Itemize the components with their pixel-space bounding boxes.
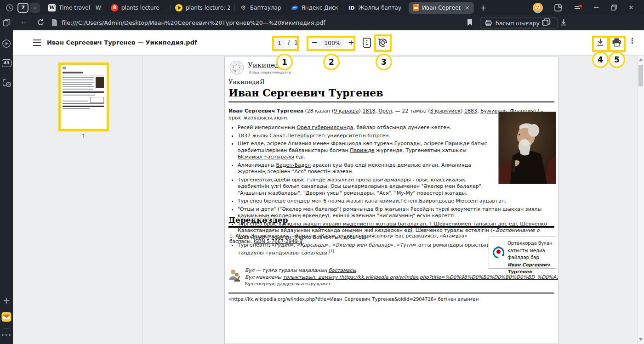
stub-line-2: Бұл мақаланы толықтырып, дамыту (https:/… bbox=[245, 274, 559, 281]
rotate-page-icon[interactable] bbox=[377, 37, 389, 51]
wikipedia-logo-subtitle: Ашық энциклопедиясы bbox=[249, 70, 291, 74]
tab-groups-icon[interactable] bbox=[541, 18, 551, 28]
tab-counter-value: 7 bbox=[18, 4, 28, 12]
fit-to-page-icon[interactable] bbox=[362, 37, 371, 50]
gear-icon: ⚙ bbox=[239, 4, 247, 11]
tab-general-settings[interactable]: ID Жалпы баптаулар bbox=[343, 0, 406, 15]
zoom-out-button[interactable]: − bbox=[310, 37, 319, 49]
page-separator: / bbox=[288, 39, 290, 46]
reload-button[interactable] bbox=[37, 18, 45, 28]
youtube-icon bbox=[175, 4, 182, 11]
yandex-mail-icon[interactable] bbox=[0, 312, 13, 322]
pdf-menu-icon[interactable] bbox=[33, 39, 41, 46]
zoom-level[interactable]: 100% bbox=[321, 38, 344, 48]
address-bar: ← file:///C:/Users/Admin/Desktop/Иван%20… bbox=[0, 15, 644, 30]
scroll-down-arrow[interactable] bbox=[639, 338, 643, 341]
retrieved-from-line: «https://kk.wikipedia.org/w/index.php?ti… bbox=[228, 297, 479, 302]
print-button-label: басып шығару bbox=[496, 20, 540, 27]
tab-label: Жалпы баптаулар bbox=[359, 5, 402, 11]
wikipedia-logo-title: УикипедиЯ bbox=[248, 61, 289, 69]
stub-person-icon bbox=[228, 268, 240, 282]
scrollbar-thumb[interactable] bbox=[638, 65, 643, 86]
url-text[interactable]: file:///C:/Users/Admin/Desktop/Иван%20Се… bbox=[62, 19, 325, 26]
window-minimize-button[interactable] bbox=[592, 0, 600, 15]
bookmark-flag-icon[interactable] bbox=[467, 19, 473, 28]
commons-box: Ортаққорда бұған қатысты медиа файлдар б… bbox=[489, 237, 556, 269]
history-clock-icon[interactable] bbox=[6, 4, 14, 12]
pdf-document-title: Иван Сергеевич Тургенев — Уикипедия.pdf bbox=[47, 39, 197, 46]
reference-item: 1. Абай. Энциклопедия. – Алматы: «Қазақ … bbox=[229, 233, 487, 244]
tab-label: Баптаулар bbox=[250, 5, 281, 11]
tab-active-pdf[interactable]: Иван Сергееви × bbox=[409, 2, 474, 14]
sidebar-add-icon[interactable]: + bbox=[0, 295, 13, 305]
pdf-page: УикипедиЯ Ашық энциклопедиясы УикипедиЯ … bbox=[224, 56, 559, 344]
downloads-icon[interactable] bbox=[560, 18, 567, 28]
tab-label: Time travel - Wikip bbox=[59, 5, 101, 11]
stub-notice: Бұл — тұлға туралы мақаланың бастамасы. … bbox=[228, 267, 559, 286]
tab-label: plants lecture — Я bbox=[121, 5, 165, 11]
vertical-scrollbar[interactable] bbox=[637, 55, 644, 344]
tab-time-travel[interactable]: W Time travel - Wikip bbox=[44, 0, 106, 15]
page-thumbnail[interactable] bbox=[58, 62, 109, 131]
pdf-download-icon[interactable] bbox=[596, 38, 605, 49]
sidebar-video-icon[interactable] bbox=[0, 39, 13, 48]
article-title: Иван Сергеевич Тургенев bbox=[228, 87, 554, 102]
turgenev-portrait-image bbox=[498, 112, 556, 184]
pdf-content-area: 1 УикипедиЯ Ашық энциклопедиясы Уикипеди… bbox=[13, 55, 644, 344]
tab-label: plants lecture: 2 ть bbox=[186, 5, 230, 11]
article-bullet: Тургенев бірнеше өлеңдер мен 6 поэма жаз… bbox=[238, 198, 554, 205]
tab-bar: 7 ⌄ W Time travel - Wikip Я plants lectu… bbox=[0, 0, 644, 15]
stub-line-1: Бұл — тұлға туралы мақаланың бастамасы. bbox=[245, 267, 559, 274]
references-heading: Дереккөздер bbox=[228, 215, 554, 228]
site-name-line: УикипедиЯ bbox=[228, 79, 264, 85]
tab-yandex-disk[interactable]: Яндекс Диск bbox=[286, 0, 343, 15]
browser-window: 7 ⌄ W Time travel - Wikip Я plants lectu… bbox=[0, 0, 644, 344]
window-restore-button[interactable] bbox=[610, 0, 618, 15]
pdf-toolbar: Иван Сергеевич Тургенев — Уикипедия.pdf … bbox=[13, 30, 644, 55]
yandex-disk-icon bbox=[291, 4, 298, 11]
tab-counter-pill: 7 bbox=[17, 3, 28, 13]
menu-icon[interactable] bbox=[574, 0, 583, 15]
sidebar-more-icon[interactable]: ••• bbox=[0, 332, 13, 338]
thumbnails-panel: 1 bbox=[13, 55, 142, 344]
tab-plants-lecture-search[interactable]: Я plants lecture — Я bbox=[106, 0, 170, 15]
stub-line-3: Бұл ескертуді дәлдеп ауыстыру қажет. bbox=[245, 282, 559, 286]
id-icon: ID bbox=[348, 4, 355, 11]
badge-count: 43 bbox=[2, 59, 11, 67]
sidebar-screenshot-icon[interactable] bbox=[0, 79, 13, 87]
sidebar-counter-badge[interactable]: 43 bbox=[0, 59, 13, 67]
yandex-icon: Я bbox=[111, 4, 118, 11]
tab-label: Яндекс Диск bbox=[302, 5, 339, 11]
pdf-viewer: Иван Сергеевич Тургенев — Уикипедия.pdf … bbox=[13, 30, 644, 344]
footer-divider bbox=[228, 293, 554, 293]
chevron-down-icon[interactable]: ⌄ bbox=[30, 3, 40, 13]
tab-plants-lecture-video[interactable]: plants lecture: 2 ть bbox=[171, 0, 234, 15]
new-tab-button[interactable]: + bbox=[480, 3, 486, 12]
browser-sidebar: 43 + ••• bbox=[0, 15, 13, 344]
thumbnail-preview bbox=[61, 65, 107, 129]
back-button[interactable]: ← bbox=[21, 19, 27, 26]
bookmarks-panel-icon[interactable] bbox=[553, 0, 563, 15]
thumbnail-page-number: 1 bbox=[58, 133, 109, 140]
tab-label: Иван Сергееви bbox=[422, 5, 461, 11]
wikipedia-icon: W bbox=[48, 4, 56, 11]
total-pages: 1 bbox=[294, 39, 298, 46]
pdf-more-icon[interactable]: ⋮ bbox=[629, 37, 636, 45]
close-tab-icon[interactable]: × bbox=[465, 4, 470, 11]
zoom-in-button[interactable]: + bbox=[347, 37, 356, 49]
scroll-up-arrow[interactable] bbox=[639, 58, 643, 61]
pdf-file-icon bbox=[413, 4, 419, 11]
wikipedia-globe-logo bbox=[228, 59, 245, 78]
file-page-icon bbox=[51, 19, 57, 28]
sidebar-panels-icon[interactable] bbox=[0, 19, 13, 27]
pdf-print-icon[interactable] bbox=[612, 38, 621, 49]
wikimedia-commons-icon bbox=[492, 246, 505, 260]
window-close-button[interactable]: ✕ bbox=[627, 0, 635, 15]
profile-avatar[interactable] bbox=[532, 0, 543, 15]
tab-settings[interactable]: ⚙ Баптаулар bbox=[235, 0, 286, 15]
tab-counter[interactable]: 7 ⌄ bbox=[17, 3, 40, 13]
sidebar-divider bbox=[0, 328, 13, 329]
current-page-input[interactable]: 1 bbox=[274, 38, 285, 48]
